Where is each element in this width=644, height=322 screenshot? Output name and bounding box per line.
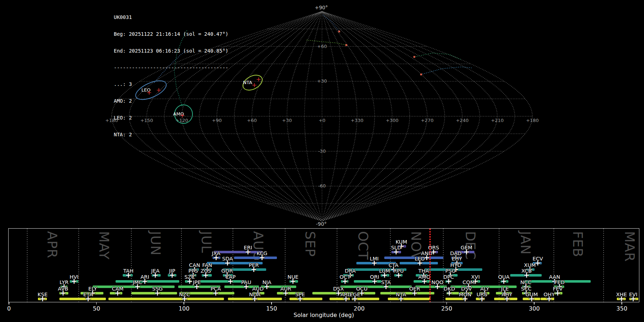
activity-timeline-plot: Solar longitude (deg) APRMAYJUNJULAUGSEP… <box>8 228 639 302</box>
activity-bar-OER <box>380 292 434 294</box>
longitude-label: +210 <box>491 118 504 123</box>
axis-tick-label: 0 <box>7 305 11 312</box>
axis-tick-label: 150 <box>266 305 277 312</box>
radiant-drift-track <box>414 53 462 60</box>
axis-tick <box>271 302 272 304</box>
axis-tick-label: 350 <box>616 305 628 312</box>
month-gridline <box>181 229 182 302</box>
longitude-label: +180 <box>526 118 539 123</box>
activity-bar-SPE <box>289 298 322 300</box>
grid-meridian <box>322 11 515 221</box>
count-nta: NTA: 2 <box>114 132 228 138</box>
latitude-label: +30 <box>317 78 327 84</box>
month-gridline <box>603 229 604 302</box>
south-pole-label: -90° <box>316 221 327 227</box>
month-label: APR <box>44 231 60 258</box>
axis-tick <box>359 302 360 304</box>
month-label: FEB <box>570 231 585 257</box>
radiant-drift-track <box>421 67 473 74</box>
track-end-marker <box>346 44 347 46</box>
count-leo: LEO: 2 <box>114 115 228 121</box>
axis-tick-label: 200 <box>354 305 365 312</box>
longitude-label: +330 <box>351 118 364 123</box>
activity-bar-STA <box>340 286 412 288</box>
month-gridline <box>78 229 79 302</box>
axis-tick-label: 250 <box>441 305 452 312</box>
latitude-label: -30 <box>318 148 326 154</box>
activity-bar-CAP <box>199 280 245 283</box>
longitude-label: +60 <box>247 118 257 123</box>
separator: -------------------------------------- <box>114 65 228 71</box>
latitude-label: -60 <box>318 183 326 189</box>
track-end-marker <box>414 56 415 58</box>
longitude-label: +240 <box>456 118 469 123</box>
activity-bar-NZC <box>108 298 224 300</box>
longitude-label: +30 <box>282 118 292 123</box>
longitude-label: +300 <box>386 118 399 123</box>
month-label: OCT <box>355 231 371 260</box>
north-pole-label: +90° <box>315 5 328 10</box>
count-amo: AMO: 2 <box>114 98 228 104</box>
current-sol-line <box>430 229 431 302</box>
track-end-marker <box>420 74 422 75</box>
axis-tick <box>184 302 184 304</box>
axis-tick-label: 300 <box>529 305 540 312</box>
axis-tick <box>621 302 622 304</box>
month-label: JAN <box>518 231 533 255</box>
axis-tick-label: 50 <box>93 305 100 312</box>
grid-meridian <box>322 11 462 221</box>
month-gridline <box>233 229 233 302</box>
axis-tick-label: 100 <box>179 305 190 312</box>
sky-map: +180+150+120+90+60+30+0+330+300+270+240+… <box>0 0 644 228</box>
month-label: JUN <box>148 231 163 256</box>
activity-bar-KCG <box>234 257 277 259</box>
activity-bar-AND <box>384 257 443 259</box>
count-sporadic: ...: 3 <box>114 82 228 87</box>
activity-bar-NTA <box>388 298 430 300</box>
month-gridline <box>27 229 28 302</box>
axis-tick <box>96 302 97 304</box>
activity-bar-ERI <box>214 251 263 253</box>
longitude-label: +0 <box>318 118 325 123</box>
observation-header: UK0031 Beg: 20251122 21:16:14 (sol = 240… <box>114 4 228 148</box>
month-label: MAY <box>96 231 112 260</box>
axis-tick <box>9 302 9 304</box>
radiant-label-NTA: NTA <box>243 80 252 85</box>
latitude-label: +60 <box>317 44 327 49</box>
month-label: MAR <box>622 231 637 262</box>
month-label: JUL <box>199 231 214 253</box>
activity-bar-ETA <box>59 298 106 300</box>
meteor-activity-screen: +180+150+120+90+60+30+0+330+300+270+240+… <box>0 0 644 322</box>
axis-tick <box>447 302 447 304</box>
end-time: End: 20251123 06:16:23 (sol = 240.85°) <box>114 48 228 54</box>
month-gridline <box>131 229 132 302</box>
begin-time: Beg: 20251122 21:16:14 (sol = 240.47°) <box>114 31 228 37</box>
x-axis-label: Solar longitude (deg) <box>294 312 354 318</box>
month-label: SEP <box>302 231 318 257</box>
longitude-label: +270 <box>421 118 434 123</box>
station-id: UK0031 <box>114 15 228 20</box>
month-gridline <box>499 229 499 302</box>
grid-meridian <box>234 11 322 221</box>
track-end-marker <box>338 31 340 33</box>
axis-tick <box>534 302 535 304</box>
